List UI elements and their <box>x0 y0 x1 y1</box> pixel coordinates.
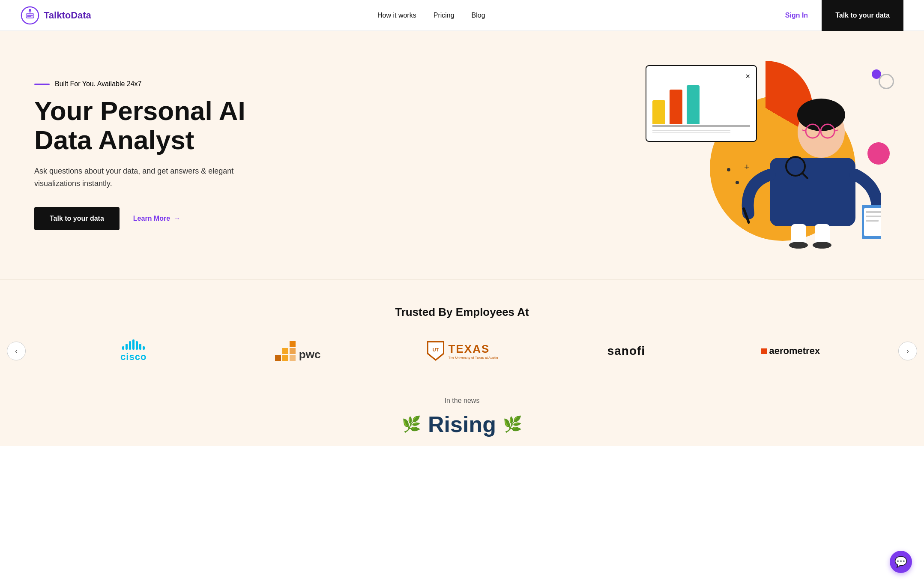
learn-more-arrow: → <box>173 215 180 222</box>
news-section: In the news 🌿 Rising 🌿 <box>0 380 924 446</box>
svg-rect-4 <box>770 158 855 226</box>
hero-subtitle: Ask questions about your data, and get a… <box>34 165 240 190</box>
pwc-block-3 <box>290 348 296 354</box>
aero-square <box>761 348 767 354</box>
news-rising-text: Rising <box>428 411 496 437</box>
cisco-bar-1 <box>122 346 124 350</box>
cisco-bars <box>122 339 145 350</box>
pwc-row-2 <box>282 348 296 354</box>
nav-right: Sign In Talk to your data <box>771 0 903 31</box>
chart-bar-teal <box>687 85 700 124</box>
chart-line-1 <box>652 130 730 131</box>
trusted-title: Trusted By Employees At <box>0 306 924 319</box>
pwc-block-6 <box>290 355 296 361</box>
leaf-left-icon: 🌿 <box>402 415 421 433</box>
svg-point-3 <box>29 9 31 12</box>
texas-main-label: TEXAS <box>449 342 498 356</box>
pwc-row-3 <box>275 355 296 361</box>
cisco-logo-mark: cisco <box>120 339 147 363</box>
chart-line-2 <box>652 132 730 133</box>
pwc-label: pwc <box>299 348 321 361</box>
cisco-bar-2 <box>126 344 128 350</box>
news-label: In the news <box>0 397 924 405</box>
texas-logo-mark: UT TEXAS The University of Texas at Aust… <box>426 340 498 362</box>
svg-rect-15 <box>866 216 881 217</box>
sign-in-link[interactable]: Sign In <box>771 12 822 19</box>
pwc-block-1 <box>290 341 296 347</box>
plus-decoration: + <box>744 162 750 173</box>
svg-point-20 <box>789 242 808 249</box>
nav-link-pricing[interactable]: Pricing <box>434 12 455 19</box>
hero-section: Built For You. Available 24x7 Your Perso… <box>0 31 924 279</box>
carousel-next-button[interactable]: › <box>898 342 917 360</box>
logos-list: cisco <box>26 339 898 363</box>
pwc-block-4 <box>275 355 281 361</box>
chart-window-header: × <box>652 72 750 81</box>
aerometrex-logo-mark: aerometrex <box>761 345 820 357</box>
pwc-block-2 <box>282 348 288 354</box>
hero-title: Your Personal AI Data Analyst <box>34 96 283 155</box>
deco-dot-1 <box>727 168 730 171</box>
analyst-illustration <box>736 81 881 252</box>
svg-point-6 <box>797 99 845 131</box>
logo-pwc: pwc <box>215 341 380 361</box>
cisco-bar-6 <box>139 344 141 350</box>
hero-cta-button[interactable]: Talk to your data <box>34 207 120 230</box>
logo-sanofi: sanofi <box>544 344 708 358</box>
cisco-bar-5 <box>136 341 138 350</box>
aerometrex-label: aerometrex <box>769 345 820 357</box>
carousel-prev-button[interactable]: ‹ <box>7 342 26 360</box>
texas-text-block: TEXAS The University of Texas at Austin <box>449 342 498 360</box>
logo-icon <box>21 6 39 25</box>
texas-sub-label: The University of Texas at Austin <box>449 356 498 360</box>
cisco-bar-7 <box>143 346 145 350</box>
logo-texas: UT TEXAS The University of Texas at Aust… <box>380 340 544 362</box>
svg-point-21 <box>813 242 831 249</box>
nav-cta-button[interactable]: Talk to your data <box>822 0 903 31</box>
hero-eyebrow: Built For You. Available 24x7 <box>34 80 283 88</box>
cisco-bar-4 <box>132 339 135 350</box>
hero-actions: Talk to your data Learn More → <box>34 207 283 230</box>
learn-more-link[interactable]: Learn More → <box>133 215 180 222</box>
hero-dash-decoration <box>34 84 50 85</box>
texas-shield-icon: UT <box>426 340 445 362</box>
svg-rect-14 <box>866 211 881 213</box>
learn-more-label: Learn More <box>133 215 170 222</box>
nav-link-how-it-works[interactable]: How it works <box>377 12 416 19</box>
logo-aerometrex: aerometrex <box>709 345 873 357</box>
news-rising-banner: 🌿 Rising 🌿 <box>0 411 924 437</box>
pwc-block-5 <box>282 355 288 361</box>
logos-carousel: ‹ cisco <box>0 339 924 363</box>
chart-close-icon[interactable]: × <box>745 72 750 81</box>
chart-bar-orange <box>670 90 682 124</box>
pwc-logo-mark: pwc <box>275 341 321 361</box>
logo[interactable]: TalktoData <box>21 6 91 25</box>
logo-label: TalktoData <box>44 10 91 21</box>
cisco-bar-3 <box>129 341 131 350</box>
hero-eyebrow-text: Built For You. Available 24x7 <box>55 80 142 88</box>
pwc-row-1 <box>290 341 296 347</box>
svg-rect-16 <box>866 220 879 222</box>
hero-figure <box>736 81 881 254</box>
chart-bar-yellow <box>652 100 665 124</box>
cisco-label: cisco <box>120 351 147 363</box>
hero-left: Built For You. Available 24x7 Your Perso… <box>34 80 283 230</box>
sanofi-label: sanofi <box>607 344 645 358</box>
hero-illustration-wrapper: × + <box>641 57 890 254</box>
leaf-right-icon: 🌿 <box>503 415 522 433</box>
trusted-section: Trusted By Employees At ‹ cisco <box>0 279 924 380</box>
svg-rect-1 <box>26 14 34 18</box>
logo-cisco: cisco <box>51 339 215 363</box>
pwc-blocks <box>275 341 296 361</box>
nav-link-blog[interactable]: Blog <box>472 12 485 19</box>
svg-text:UT: UT <box>432 347 439 352</box>
nav-links: How it works Pricing Blog <box>377 12 485 19</box>
navbar: TalktoData How it works Pricing Blog Sig… <box>0 0 924 31</box>
